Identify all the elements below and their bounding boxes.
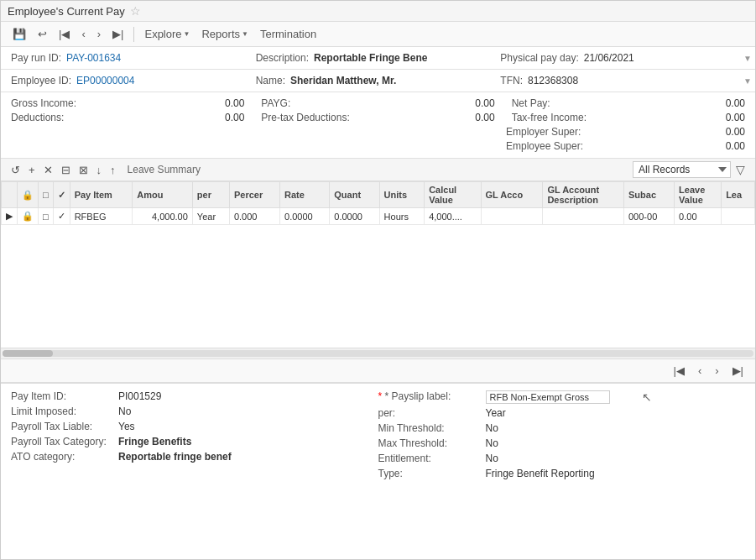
gross-income-item: Gross Income: 0.00 xyxy=(11,97,244,109)
save-button[interactable]: 💾 xyxy=(8,25,31,43)
payrun-section: Pay run ID: PAY-001634 Description: Repo… xyxy=(1,47,755,70)
page-next-button[interactable]: › xyxy=(710,362,723,379)
row-leave-value-cell: 0.00 xyxy=(675,208,722,225)
pre-tax-value: 0.00 xyxy=(453,112,495,123)
main-window: Employee's Current Pay ☆ 💾 ↩ |◀ ‹ › ▶| E… xyxy=(0,0,756,560)
scroll-down-icon: ▼ xyxy=(743,54,752,63)
row-amount-cell: 4,000.00 xyxy=(133,208,192,225)
max-threshold-row: Max Threshold: No xyxy=(378,437,729,449)
col-subac: Subac xyxy=(624,182,675,208)
description-value: Reportable Fringe Bene xyxy=(314,52,427,64)
employee-section: Employee ID: EP00000004 Name: Sheridan M… xyxy=(1,70,755,92)
table-row[interactable]: ▶ 🔒 □ ✓ RFBEG 4,000.00 Year 0.000 0.0000… xyxy=(2,208,755,225)
delete-icon: ✕ xyxy=(44,164,53,176)
move-up-button[interactable]: ↑ xyxy=(107,162,119,178)
move-down-button[interactable]: ↓ xyxy=(93,162,106,178)
tfn-value: 812368308 xyxy=(528,75,578,86)
termination-label: Termination xyxy=(260,28,316,40)
row-lock-cell: 🔒 xyxy=(18,208,39,225)
next-button[interactable]: › xyxy=(92,25,106,43)
physical-pay-day-value: 21/06/2021 xyxy=(584,52,634,64)
payslip-label-label: * * Payslip label: xyxy=(378,390,479,402)
payrun-id-label: Pay run ID: xyxy=(11,52,61,64)
col-pay-item: Pay Item xyxy=(70,182,133,208)
row-gl-acco-cell xyxy=(481,208,543,225)
move-down-icon: ↓ xyxy=(96,164,102,176)
summary-row-1: Gross Income: 0.00 PAYG: 0.00 Net Pay: 0… xyxy=(11,97,745,109)
prev-button[interactable]: ‹ xyxy=(76,25,90,43)
save-row-icon: ⊟ xyxy=(61,164,70,176)
toolbar: 💾 ↩ |◀ ‹ › ▶| Explore ▼ Reports ▼ Termin… xyxy=(1,22,755,47)
save-row-button[interactable]: ⊟ xyxy=(58,162,74,178)
page-prev-button[interactable]: ‹ xyxy=(693,362,706,379)
filter-button[interactable]: ▽ xyxy=(733,161,748,178)
pagination-bar: |◀ ‹ › ▶| xyxy=(1,359,755,383)
cursor-indicator: ↖ xyxy=(617,390,652,404)
pay-item-id-value: PI001529 xyxy=(118,390,161,402)
last-button[interactable]: ▶| xyxy=(107,25,128,43)
deductions-value: 0.00 xyxy=(202,112,244,123)
employee-row: Employee ID: EP00000004 Name: Sheridan M… xyxy=(11,75,745,86)
favorite-icon[interactable]: ☆ xyxy=(130,4,141,18)
net-pay-label: Net Pay: xyxy=(512,97,550,109)
col-expand xyxy=(2,182,18,208)
summary-section: Gross Income: 0.00 PAYG: 0.00 Net Pay: 0… xyxy=(1,92,755,159)
max-threshold-label: Max Threshold: xyxy=(378,437,479,449)
employer-super-item: Employer Super: 0.00 xyxy=(506,126,745,138)
deductions-label: Deductions: xyxy=(11,112,64,123)
col-lea: Lea xyxy=(722,182,755,208)
payslip-label-input[interactable] xyxy=(486,390,610,404)
add-icon: + xyxy=(29,164,35,176)
data-grid-area: 🔒 □ ✓ Pay Item Amou per Percer Rate Quan… xyxy=(1,181,755,383)
payroll-tax-category-label: Payroll Tax Category: xyxy=(11,436,112,447)
undo-icon: ↩ xyxy=(38,28,47,40)
summary-row-2: Deductions: 0.00 Pre-tax Deductions: 0.0… xyxy=(11,112,745,123)
scrollbar-thumb[interactable] xyxy=(3,350,53,357)
max-threshold-value: No xyxy=(486,437,498,449)
per-label: per: xyxy=(378,407,479,419)
reports-button[interactable]: Reports ▼ xyxy=(196,25,253,43)
col-gl-acco: GL Acco xyxy=(481,182,543,208)
col-percent: Percer xyxy=(229,182,279,208)
horizontal-scrollbar[interactable] xyxy=(1,348,755,359)
explore-button[interactable]: Explore ▼ xyxy=(139,25,195,43)
employee-id-label: Employee ID: xyxy=(11,75,71,86)
min-threshold-value: No xyxy=(486,422,498,434)
col-lock: 🔒 xyxy=(18,182,39,208)
table-header-row: 🔒 □ ✓ Pay Item Amou per Percer Rate Quan… xyxy=(2,182,755,208)
termination-button[interactable]: Termination xyxy=(255,25,321,43)
physical-pay-day-field: Physical pay day: 21/06/2021 xyxy=(500,52,745,64)
delete-row-button[interactable]: ✕ xyxy=(40,162,56,178)
grid-container[interactable]: 🔒 □ ✓ Pay Item Amou per Percer Rate Quan… xyxy=(1,181,755,348)
row-units-cell: Hours xyxy=(379,208,425,225)
add-row-button[interactable]: + xyxy=(25,162,39,178)
payrun-id-value: PAY-001634 xyxy=(66,52,121,64)
col-check: ✓ xyxy=(53,182,70,208)
col-per: per xyxy=(192,182,229,208)
undo-button[interactable]: ↩ xyxy=(33,25,52,43)
reports-dropdown-icon: ▼ xyxy=(242,30,248,38)
records-filter-select[interactable]: All Records AI Records Current Records xyxy=(633,161,731,178)
payroll-tax-liable-row: Payroll Tax Liable: Yes xyxy=(11,421,362,432)
min-threshold-label: Min Threshold: xyxy=(378,422,479,434)
refresh-button[interactable]: ↺ xyxy=(8,162,23,178)
summary-row-4: Employee Super: 0.00 xyxy=(11,140,745,152)
row-subac-cell: 000-00 xyxy=(624,208,675,225)
pay-item-id-row: Pay Item ID: PI001529 xyxy=(11,390,362,402)
tax-free-label: Tax-free Income: xyxy=(512,112,587,123)
page-first-button[interactable]: |◀ xyxy=(669,362,690,379)
leave-summary-label: Leave Summary xyxy=(121,164,631,175)
first-button[interactable]: |◀ xyxy=(54,25,75,43)
ato-category-label: ATO category: xyxy=(11,451,112,463)
per-value: Year xyxy=(486,407,506,419)
explore-dropdown-icon: ▼ xyxy=(184,30,190,38)
page-last-button[interactable]: ▶| xyxy=(727,362,748,379)
row-expand-cell[interactable]: ▶ xyxy=(2,208,18,225)
name-field: Name: Sheridan Matthew, Mr. xyxy=(256,75,501,86)
payg-label: PAYG: xyxy=(261,97,290,109)
grid-view-button[interactable]: ⊠ xyxy=(76,162,91,178)
reports-label: Reports xyxy=(201,28,240,40)
entitlement-row: Entitlement: No xyxy=(378,453,729,464)
detail-right-col: * * Payslip label: ↖ per: Year Min Thres… xyxy=(378,390,746,483)
employee-super-label: Employee Super: xyxy=(506,140,583,152)
